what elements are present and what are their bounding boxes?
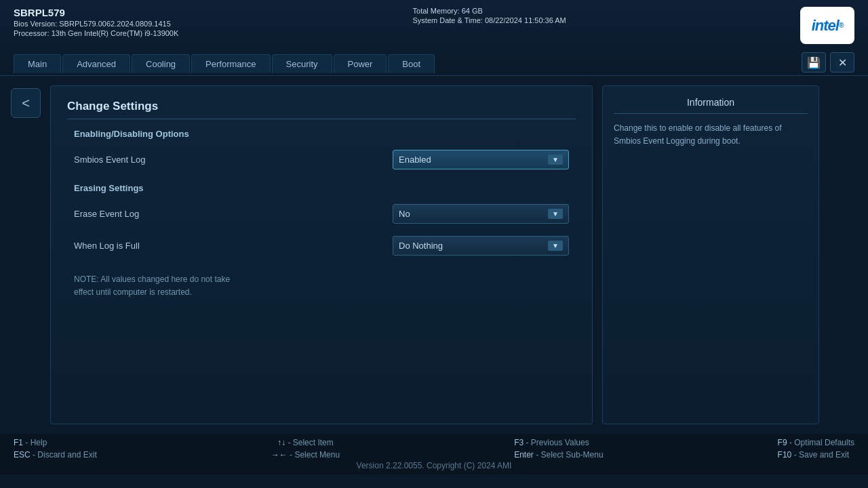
- erase-dropdown[interactable]: No ▼: [393, 204, 569, 224]
- lr-key: →←: [271, 450, 288, 460]
- footer-left: F1 - Help ESC - Discard and Exit: [14, 438, 97, 460]
- footer-f3: F3 - Previous Values: [514, 438, 603, 447]
- footer-rows: F1 - Help ESC - Discard and Exit ↑↓ - Se…: [0, 434, 868, 461]
- f3-key: F3: [514, 438, 524, 447]
- header-top: SBRPL579 Bios Version: SBRPL579.0062.202…: [14, 7, 854, 44]
- esc-action: - Discard and Exit: [33, 450, 97, 460]
- footer-f9: F9 - Optimal Defaults: [778, 438, 854, 447]
- footer-esc: ESC - Discard and Exit: [14, 450, 97, 460]
- smbios-dropdown[interactable]: Enabled ▼: [393, 150, 569, 169]
- smbios-dropdown-wrapper: Enabled ▼: [393, 150, 569, 169]
- bios-version: Bios Version: SBRPL579.0062.2024.0809.14…: [14, 20, 178, 28]
- system-name: SBRPL579: [14, 7, 178, 18]
- nav-tabs: Main Advanced Cooling Performance Securi…: [14, 49, 854, 75]
- header-info-left: SBRPL579 Bios Version: SBRPL579.0062.202…: [14, 7, 178, 37]
- tab-advanced[interactable]: Advanced: [62, 54, 130, 73]
- smbios-dropdown-arrow: ▼: [548, 155, 563, 165]
- save-button[interactable]: 💾: [802, 52, 826, 73]
- f1-action: - Help: [25, 438, 47, 447]
- tab-performance[interactable]: Performance: [191, 54, 270, 73]
- intel-logo: intel ®: [800, 7, 854, 44]
- info-title: Information: [614, 97, 808, 114]
- bios-label: Bios Version:: [14, 20, 57, 28]
- erase-label: Erase Event Log: [74, 209, 139, 219]
- footer-arrows: ↑↓ - Select Item: [271, 438, 340, 447]
- smbios-event-log-row: Smbios Event Log Enabled ▼: [67, 146, 576, 174]
- footer-center: ↑↓ - Select Item →← - Select Menu: [271, 438, 340, 460]
- smbios-value: Enabled: [399, 155, 431, 165]
- save-icon: 💾: [807, 56, 821, 69]
- footer-f1: F1 - Help: [14, 438, 97, 447]
- close-icon: ✕: [838, 56, 847, 69]
- processor-value: 13th Gen Intel(R) Core(TM) i9-13900K: [52, 29, 179, 37]
- erase-dropdown-arrow: ▼: [548, 209, 563, 219]
- tab-security[interactable]: Security: [272, 54, 332, 73]
- f9-action: - Optimal Defaults: [789, 438, 854, 447]
- footer-f10: F10 - Save and Exit: [778, 450, 854, 460]
- header-info-right: Total Memory: 64 GB System Date & Time: …: [413, 7, 566, 24]
- memory-value: 64 GB: [462, 7, 483, 15]
- smbios-label: Smbios Event Log: [74, 155, 146, 165]
- info-panel: Information Change this to enable or dis…: [602, 85, 819, 424]
- note-text: NOTE: All values changed here do not tak…: [74, 273, 576, 299]
- f3-action: - Previous Values: [526, 438, 589, 447]
- lr-action: - Select Menu: [290, 450, 340, 460]
- when-log-dropdown-wrapper: Do Nothing ▼: [393, 236, 569, 256]
- tab-main[interactable]: Main: [14, 54, 61, 73]
- datetime-value: 08/22/2024: [485, 16, 522, 24]
- nav-actions: 💾 ✕: [802, 52, 854, 75]
- esc-key: ESC: [14, 450, 31, 460]
- processor-info: Processor: 13th Gen Intel(R) Core(TM) i9…: [14, 29, 178, 37]
- note-line2: effect until computer is restarted.: [74, 287, 192, 297]
- section2-header: Erasing Settings: [74, 183, 576, 193]
- datetime-label: System Date & Time:: [413, 16, 483, 24]
- when-log-dropdown-arrow: ▼: [548, 241, 563, 251]
- back-icon: <: [22, 96, 30, 111]
- bios-value: SBRPL579.0062.2024.0809.1415: [59, 20, 171, 28]
- note-line1: NOTE: All values changed here do not tak…: [74, 274, 230, 284]
- settings-title: Change Settings: [67, 100, 576, 119]
- f10-key: F10: [778, 450, 792, 460]
- footer-lr-arrows: →← - Select Menu: [271, 450, 340, 460]
- footer-version: Version 2.22.0055. Copyright (C) 2024 AM…: [0, 461, 868, 474]
- when-log-dropdown[interactable]: Do Nothing ▼: [393, 236, 569, 256]
- memory-label: Total Memory:: [413, 7, 460, 15]
- enter-key: Enter: [514, 450, 534, 460]
- section1-header: Enabling/Disabling Options: [74, 129, 576, 139]
- when-log-full-row: When Log is Full Do Nothing ▼: [67, 232, 576, 260]
- when-log-label: When Log is Full: [74, 241, 140, 251]
- f1-key: F1: [14, 438, 23, 447]
- f10-action: - Save and Exit: [794, 450, 849, 460]
- tab-cooling[interactable]: Cooling: [132, 54, 190, 73]
- erase-event-log-row: Erase Event Log No ▼: [67, 200, 576, 228]
- arrows-action: - Select Item: [288, 438, 333, 447]
- processor-label: Processor:: [14, 29, 50, 37]
- erase-value: No: [399, 209, 410, 219]
- erase-dropdown-wrapper: No ▼: [393, 204, 569, 224]
- time-value: 11:50:36 AM: [524, 16, 566, 24]
- close-button[interactable]: ✕: [830, 52, 854, 73]
- header: SBRPL579 Bios Version: SBRPL579.0062.202…: [0, 0, 868, 76]
- arrows-key: ↑↓: [277, 438, 285, 447]
- settings-panel: Change Settings Enabling/Disabling Optio…: [50, 85, 593, 424]
- footer-enter: Enter - Select Sub-Menu: [514, 450, 603, 460]
- footer-right-center: F3 - Previous Values Enter - Select Sub-…: [514, 438, 603, 460]
- info-text: Change this to enable or disable all fea…: [614, 122, 808, 148]
- f9-key: F9: [778, 438, 787, 447]
- tab-power[interactable]: Power: [334, 54, 387, 73]
- enter-action: - Select Sub-Menu: [536, 450, 603, 460]
- footer-far-right: F9 - Optimal Defaults F10 - Save and Exi…: [778, 438, 854, 460]
- footer: F1 - Help ESC - Discard and Exit ↑↓ - Se…: [0, 434, 868, 474]
- when-log-value: Do Nothing: [399, 241, 443, 251]
- datetime-info: System Date & Time: 08/22/2024 11:50:36 …: [413, 16, 566, 24]
- memory-info: Total Memory: 64 GB: [413, 7, 566, 15]
- tab-boot[interactable]: Boot: [388, 54, 435, 73]
- main-content: < Change Settings Enabling/Disabling Opt…: [0, 76, 868, 434]
- back-button[interactable]: <: [11, 88, 41, 118]
